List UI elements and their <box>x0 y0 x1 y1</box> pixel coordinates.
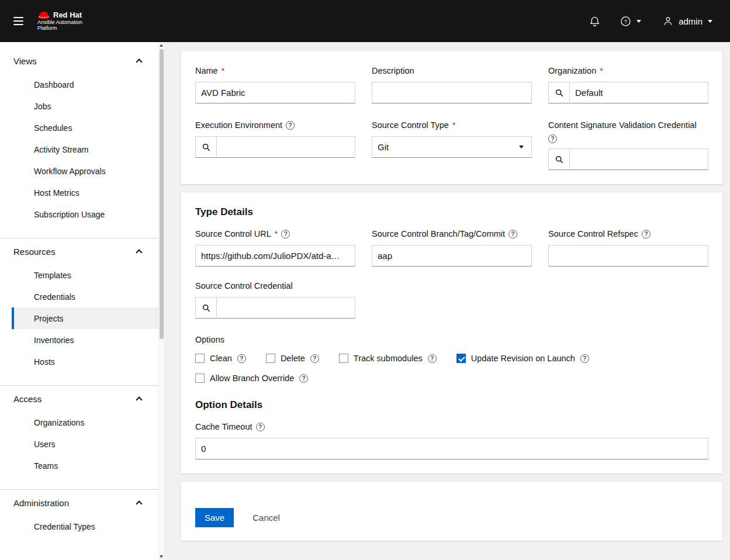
cache-timeout-label: Cache Timeout <box>195 421 252 433</box>
chevron-up-icon <box>136 249 142 255</box>
sidebar-item-projects[interactable]: Projects <box>12 307 164 329</box>
scroll-up-arrow-icon[interactable] <box>160 44 163 47</box>
sidebar-item-jobs[interactable]: Jobs <box>0 95 164 117</box>
chevron-up-icon <box>136 58 142 65</box>
type-details-heading: Type Details <box>195 206 708 218</box>
sidebar-section-access: Access Organizations Users Teams <box>0 385 164 489</box>
help-popover-icon[interactable]: ? <box>548 134 557 143</box>
required-asterisk: * <box>222 65 224 77</box>
help-popover-icon[interactable]: ? <box>428 354 437 363</box>
content-signature-input[interactable] <box>570 148 708 170</box>
options-row-1: Clean ? Delete ? Track submodules ? <box>195 354 708 363</box>
content-signature-search-button[interactable] <box>548 148 570 170</box>
sidebar-item-subscription-usage[interactable]: Subscription Usage <box>0 203 164 225</box>
sidebar-item-credential-types[interactable]: Credential Types <box>0 516 164 537</box>
sidebar-item-dashboard[interactable]: Dashboard <box>0 74 164 95</box>
source-control-credential-search-button[interactable] <box>195 297 217 319</box>
source-control-type-label: Source Control Type <box>372 120 449 131</box>
sidebar-item-templates[interactable]: Templates <box>0 264 164 286</box>
search-icon <box>555 155 563 164</box>
help-popover-icon[interactable]: ? <box>508 230 517 238</box>
field-source-control-url: Source Control URL * ? <box>195 229 355 267</box>
page-layout: Views Dashboard Jobs Schedules Activity … <box>0 42 730 560</box>
execution-environment-search-button[interactable] <box>195 136 217 158</box>
sidebar-item-credentials[interactable]: Credentials <box>0 286 164 307</box>
execution-environment-input[interactable] <box>217 136 355 158</box>
source-control-url-label: Source Control URL <box>195 229 271 240</box>
help-popover-icon[interactable]: ? <box>310 354 319 363</box>
masthead-toolbar: ? admin <box>579 10 721 33</box>
field-source-control-branch: Source Control Branch/Tag/Commit ? <box>372 229 532 267</box>
option-update-revision-on-launch[interactable]: Update Revision on Launch ? <box>456 354 589 363</box>
project-form-card-details: Type Details Source Control URL * ? Sour… <box>181 192 722 473</box>
field-content-signature-validation-credential: Content Signature Validation Credential … <box>548 120 708 170</box>
sidebar-scrollbar[interactable] <box>158 42 164 560</box>
user-menu-button[interactable]: admin <box>651 10 721 32</box>
sidebar-item-workflow-approvals[interactable]: Workflow Approvals <box>0 160 164 182</box>
scrollbar-thumb[interactable] <box>160 49 164 339</box>
track-submodules-checkbox[interactable] <box>339 354 348 363</box>
help-popover-icon[interactable]: ? <box>299 374 308 383</box>
nav-toggle-button[interactable] <box>0 3 32 39</box>
description-input[interactable] <box>372 82 532 103</box>
help-popover-icon[interactable]: ? <box>237 354 246 363</box>
notifications-button[interactable] <box>579 10 610 33</box>
allow-branch-override-checkbox[interactable] <box>195 374 205 383</box>
sidebar-item-users[interactable]: Users <box>0 433 164 455</box>
sidebar-section-toggle-administration[interactable]: Administration <box>0 490 164 516</box>
clean-checkbox[interactable] <box>195 354 205 363</box>
brand-logo[interactable]: Red Hat Ansible Automation Platform <box>37 11 82 32</box>
help-menu-button[interactable]: ? <box>610 10 651 33</box>
sidebar-item-activity-stream[interactable]: Activity Stream <box>0 139 164 160</box>
red-hat-icon <box>37 11 50 19</box>
sidebar-item-schedules[interactable]: Schedules <box>0 117 164 139</box>
content-signature-label: Content Signature Validation Credential <box>548 120 697 131</box>
bell-icon <box>589 16 600 27</box>
help-popover-icon[interactable]: ? <box>580 354 589 363</box>
help-popover-icon[interactable]: ? <box>256 423 265 431</box>
option-track-submodules[interactable]: Track submodules ? <box>339 354 437 363</box>
required-asterisk: * <box>600 65 603 77</box>
field-cache-timeout: Cache Timeout ? <box>195 421 708 459</box>
source-control-refspec-input[interactable] <box>548 245 708 267</box>
sidebar-section-toggle-resources[interactable]: Resources <box>0 238 164 264</box>
name-input[interactable] <box>195 82 355 103</box>
source-control-type-select[interactable]: Git <box>372 136 532 158</box>
scroll-down-arrow-icon[interactable] <box>160 555 163 558</box>
cancel-button[interactable]: Cancel <box>244 508 288 527</box>
help-popover-icon[interactable]: ? <box>642 230 651 238</box>
option-delete[interactable]: Delete ? <box>266 354 319 363</box>
save-button[interactable]: Save <box>195 508 234 527</box>
chevron-up-icon <box>136 500 142 507</box>
sidebar-item-organizations[interactable]: Organizations <box>0 412 164 433</box>
hamburger-icon <box>13 17 23 25</box>
sidebar-item-hosts[interactable]: Hosts <box>0 351 164 372</box>
option-clean[interactable]: Clean ? <box>195 354 246 363</box>
option-allow-branch-override[interactable]: Allow Branch Override ? <box>195 374 308 383</box>
options-row-2: Allow Branch Override ? <box>195 374 708 383</box>
organization-search-button[interactable] <box>548 82 570 103</box>
sidebar-section-toggle-views[interactable]: Views <box>0 48 164 74</box>
search-icon <box>202 143 210 151</box>
sidebar-item-inventories[interactable]: Inventories <box>0 329 164 351</box>
source-control-branch-input[interactable] <box>372 245 532 267</box>
svg-text:?: ? <box>624 18 627 25</box>
cache-timeout-input[interactable] <box>195 438 708 459</box>
sidebar-item-teams[interactable]: Teams <box>0 455 164 476</box>
project-form-card-top: Name * Description Organization <box>181 51 722 184</box>
user-name: admin <box>679 16 703 26</box>
description-label: Description <box>372 65 414 77</box>
update-revision-checkbox[interactable] <box>456 354 466 363</box>
sidebar-nav: Views Dashboard Jobs Schedules Activity … <box>0 42 164 560</box>
help-popover-icon[interactable]: ? <box>286 121 295 130</box>
source-control-url-input[interactable] <box>195 245 355 267</box>
source-control-credential-input[interactable] <box>217 297 355 319</box>
caret-down-icon <box>636 20 641 23</box>
organization-input[interactable] <box>570 82 708 103</box>
required-asterisk: * <box>275 229 278 240</box>
sidebar-item-host-metrics[interactable]: Host Metrics <box>0 182 164 203</box>
delete-checkbox[interactable] <box>266 354 275 363</box>
sidebar-section-administration: Administration Credential Types <box>0 489 164 550</box>
help-popover-icon[interactable]: ? <box>281 230 290 238</box>
sidebar-section-toggle-access[interactable]: Access <box>0 386 164 412</box>
